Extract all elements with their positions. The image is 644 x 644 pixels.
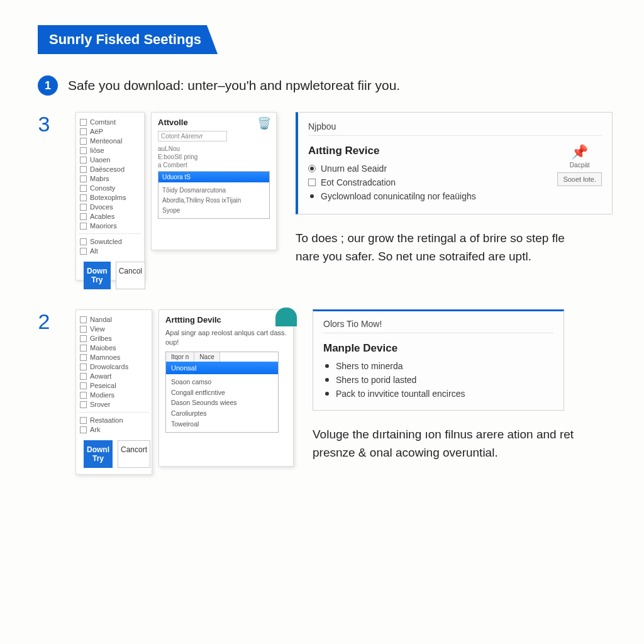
sidebar-item[interactable]: AëP [80, 128, 140, 135]
tab[interactable]: Itqor n [166, 352, 194, 362]
checkbox-icon [80, 213, 87, 220]
side-button[interactable]: Sooet łote. [557, 172, 602, 186]
dialog3-input[interactable]: Cotont Aärenvr [158, 131, 227, 142]
sidebar-item[interactable]: liōse [80, 147, 140, 154]
bullet-icon [310, 194, 314, 198]
dialog3-main: 🗑️ Attvolle Cotont Aärenvr auLNouE:booSt… [151, 112, 277, 250]
tab[interactable]: Nace [194, 352, 219, 362]
sidebar-item-label: Peseical [90, 382, 116, 389]
checkbox-icon [80, 166, 87, 173]
sidebar-item[interactable]: Uaoen [80, 156, 140, 164]
dialog2-subtitle: Apal singr aap reolost anlqus cart dass.… [165, 328, 287, 348]
dropdown-selected: Unonsal [166, 362, 278, 374]
shield-icon: 🗑️ [257, 116, 271, 130]
cancel-button[interactable]: Cancol [116, 262, 145, 289]
sidebar-item[interactable]: Botexoplms [80, 194, 140, 201]
sidebar-item[interactable]: Maoriors [80, 222, 140, 230]
checkbox-icon [80, 354, 87, 361]
checkbox-icon [80, 373, 87, 380]
sidebar-item[interactable]: Dvoces [80, 203, 140, 211]
sidebar-item-label: Aowart [90, 372, 111, 380]
sidebar-item-label: Drowolcards [90, 363, 128, 370]
sidebar-item[interactable]: Grilbes [80, 335, 148, 342]
sidebar-item[interactable]: Mabrs [80, 175, 140, 182]
sidebar-item-label: Menteonal [90, 137, 122, 145]
callout-side-controls: 📌 Dacpät Sooet łote. [557, 144, 602, 186]
sidebar-item-label: liōse [90, 147, 104, 154]
checkbox-icon [80, 119, 87, 126]
checkbox-icon [80, 345, 87, 352]
callout-tab: Olors Tio Mow! [323, 319, 553, 333]
sidebar-item[interactable]: Alt [80, 247, 140, 255]
step-3-number: 3 [31, 112, 57, 280]
page-banner: Sunrly Fisked Seetings [38, 25, 218, 54]
dialog2-dropdown[interactable]: Itqor nNace Unonsal Soaon camsoCongall e… [165, 352, 279, 433]
side-label: Dacpät [570, 162, 590, 169]
sidebar-item[interactable]: Srover [80, 401, 148, 408]
sub-label: E:booStI pring [158, 153, 270, 160]
sidebar-item-label: Maiobes [90, 344, 116, 352]
sidebar-item[interactable]: Mamnoes [80, 353, 148, 361]
sidebar-item[interactable]: Ark [80, 426, 148, 433]
sidebar-item-label: Acables [90, 213, 114, 220]
cancel-button[interactable]: Cancort [118, 440, 150, 468]
dialog3-sidebar: ComtsntAëPMenteonalliōseUaoenDaëscesodMa… [75, 112, 145, 280]
dialog2-title: Arttting Devilc [165, 315, 287, 325]
sidebar-item-label: Uaoen [90, 156, 110, 164]
item-label: Shers to porid lasted [336, 375, 416, 385]
sidebar-item[interactable]: Modiers [80, 391, 148, 399]
sidebar-item[interactable]: Restaation [80, 416, 148, 424]
checkbox-icon [80, 248, 87, 255]
dropdown-option[interactable]: Toweiroal [171, 419, 273, 430]
checkbox-icon [80, 138, 87, 145]
sidebar-item[interactable]: Sowutcled [80, 238, 140, 245]
bullet-icon [325, 378, 329, 382]
sidebar-item[interactable]: Acables [80, 213, 140, 220]
checkbox-icon [80, 157, 87, 164]
sidebar-item[interactable]: View [80, 325, 148, 333]
radio-icon [308, 165, 316, 172]
step-3-block: 3 ComtsntAëPMenteonalliōseUaoenDaëscesod… [31, 112, 613, 280]
dropdown-option[interactable]: Dason Seounds wiees [171, 397, 273, 408]
sidebar-item-label: Botexoplms [90, 194, 126, 201]
sidebar-item[interactable]: Comtsnt [80, 118, 140, 126]
sidebar-item[interactable]: Maiobes [80, 344, 148, 352]
sidebar-item[interactable]: Menteonal [80, 137, 140, 145]
dropdown-option[interactable]: Syope [162, 206, 265, 215]
checkbox-icon [80, 223, 87, 230]
callout-option[interactable]: Gyclownload conunicatilng nor feaüighs [308, 191, 602, 201]
dropdown-option[interactable]: Soaon camso [171, 377, 273, 387]
callout-item: Pack to invvitice tountall encirces [323, 389, 553, 399]
callout-tab: Njpbou [308, 121, 602, 136]
dialog3-title: Attvolle [158, 118, 270, 127]
checkbox-icon [80, 326, 87, 333]
dropdown-option[interactable]: Caroliurptes [171, 408, 273, 419]
option-label: Gyclownload conunicatilng nor feaüighs [321, 191, 476, 201]
dropdown-option[interactable]: Abordla,Thiliny Ross ixTijain [162, 196, 265, 205]
sidebar-item[interactable]: Drowolcards [80, 363, 148, 370]
dropdown-option[interactable]: Tõidy Dosmararcutona [162, 186, 265, 195]
checkbox-icon [80, 194, 87, 201]
bullet-icon [325, 364, 329, 368]
checkbox-icon [80, 401, 87, 408]
checkbox-icon [80, 392, 87, 399]
sidebar-item-label: Srover [90, 401, 110, 408]
badge-icon [275, 308, 297, 326]
dropdown-option[interactable]: Congall entficntive [171, 387, 273, 398]
checkbox-icon [80, 382, 87, 389]
sidebar-item[interactable]: Peseical [80, 382, 148, 389]
option-label: Unurn eal Seaidr [321, 164, 387, 174]
download-button[interactable]: Downl Try [84, 440, 113, 468]
sidebar-item[interactable]: Daëscesod [80, 165, 140, 173]
sidebar-item[interactable]: Conosty [80, 184, 140, 192]
sidebar-item[interactable]: Nandal [80, 316, 148, 323]
step-1-row: 1 Safe you download: unter–you'h and npw… [31, 75, 613, 96]
step-3-paragraph: To does ; our grow the retingal a of bri… [296, 230, 591, 265]
step-2-number: 2 [31, 309, 57, 475]
download-button[interactable]: Down Try [84, 262, 111, 289]
sidebar-item-label: Maoriors [90, 222, 117, 230]
sidebar-item[interactable]: Aowart [80, 372, 148, 380]
dialog3-dropdown[interactable]: Uduora tS Tõidy DosmararcutonaAbordla,Th… [158, 171, 270, 219]
checkbox-icon [80, 204, 87, 211]
checkbox-icon [80, 364, 87, 370]
